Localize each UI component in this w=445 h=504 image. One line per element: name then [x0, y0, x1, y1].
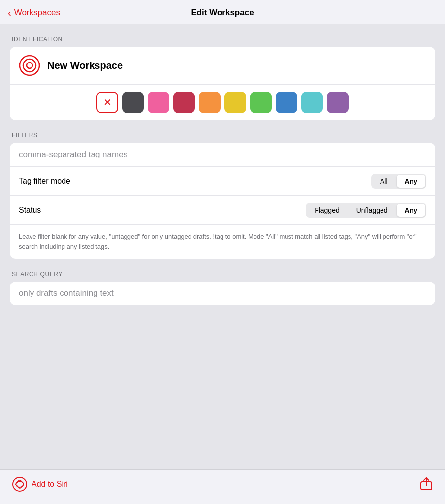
tag-filter-label: Tag filter mode: [19, 177, 70, 186]
add-to-siri-button[interactable]: Add to Siri: [12, 476, 68, 492]
header: ‹ Workspaces Edit Workspace: [0, 0, 445, 24]
color-swatch-green[interactable]: [250, 92, 272, 113]
status-segmented: Flagged Unflagged Any: [306, 203, 426, 218]
svg-point-1: [23, 59, 36, 72]
svg-point-2: [27, 63, 32, 68]
identification-card: New Workspace ✕: [10, 47, 435, 120]
tag-filter-all[interactable]: All: [372, 175, 396, 188]
clear-x-icon: ✕: [103, 96, 112, 108]
color-swatch-orange[interactable]: [199, 92, 221, 113]
status-unflagged[interactable]: Unflagged: [349, 204, 396, 217]
color-swatch-red[interactable]: [173, 92, 195, 113]
status-filter-row: Status Flagged Unflagged Any: [10, 196, 435, 225]
search-query-section-label: SEARCH QUERY: [10, 271, 435, 278]
tag-filter-row: Tag filter mode All Any: [10, 167, 435, 196]
tag-input[interactable]: [19, 150, 426, 159]
main-content: IDENTIFICATION New Workspace ✕: [0, 24, 445, 469]
siri-icon: [12, 476, 28, 492]
status-label: Status: [19, 206, 41, 215]
color-swatch-purple[interactable]: [327, 92, 349, 113]
back-label: Workspaces: [14, 8, 60, 18]
identification-section-label: IDENTIFICATION: [10, 36, 435, 43]
color-swatch-clear[interactable]: ✕: [96, 92, 118, 113]
page-title: Edit Workspace: [191, 8, 254, 18]
tag-input-row: [10, 143, 435, 167]
share-icon: [419, 477, 433, 491]
tag-filter-any[interactable]: Any: [397, 175, 425, 188]
share-button[interactable]: [419, 477, 433, 492]
svg-point-3: [13, 477, 27, 491]
back-chevron-icon: ‹: [8, 8, 11, 18]
tag-filter-segmented: All Any: [371, 174, 426, 189]
filter-hint: Leave filter blank for any value, "untag…: [10, 225, 435, 259]
color-swatch-yellow[interactable]: [224, 92, 246, 113]
color-swatch-pink[interactable]: [148, 92, 169, 113]
workspace-icon: [19, 55, 40, 76]
color-picker-row: ✕: [10, 85, 435, 120]
filters-section-label: FILTERS: [10, 132, 435, 139]
workspace-name: New Workspace: [47, 60, 123, 71]
workspace-name-row: New Workspace: [10, 47, 435, 85]
color-swatch-blue[interactable]: [276, 92, 297, 113]
color-swatch-teal[interactable]: [301, 92, 323, 113]
filters-card: Tag filter mode All Any Status Flagged U…: [10, 143, 435, 259]
status-flagged[interactable]: Flagged: [307, 204, 348, 217]
search-query-card: [10, 282, 435, 305]
footer: Add to Siri: [0, 469, 445, 504]
status-any[interactable]: Any: [397, 204, 425, 217]
search-input-container: [10, 282, 435, 305]
add-siri-label: Add to Siri: [32, 480, 68, 489]
search-query-input[interactable]: [19, 288, 426, 298]
back-button[interactable]: ‹ Workspaces: [8, 6, 60, 20]
color-swatch-graphite[interactable]: [122, 92, 144, 113]
